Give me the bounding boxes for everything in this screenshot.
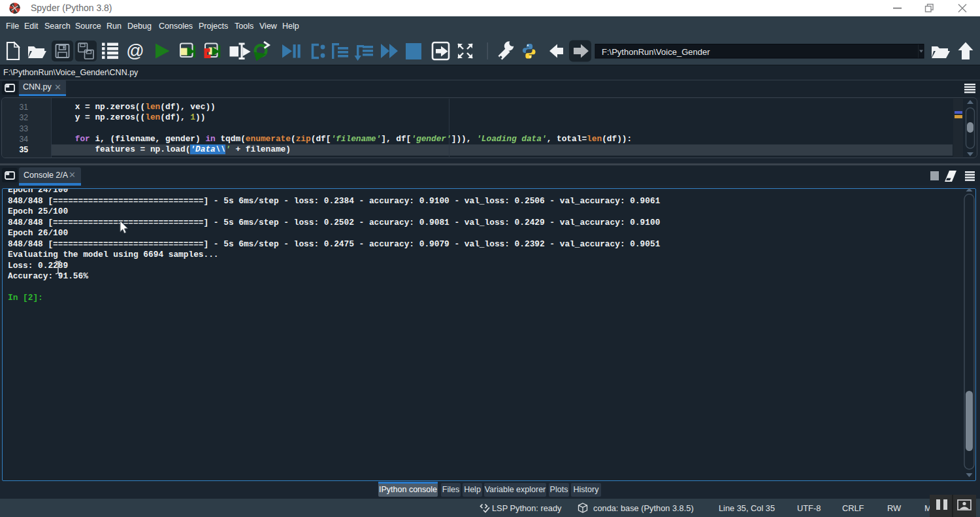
svg-text:@: @ [126,41,144,61]
svg-text:F:\PythonRun\Voice_Gender: F:\PythonRun\Voice_Gender [602,47,710,57]
